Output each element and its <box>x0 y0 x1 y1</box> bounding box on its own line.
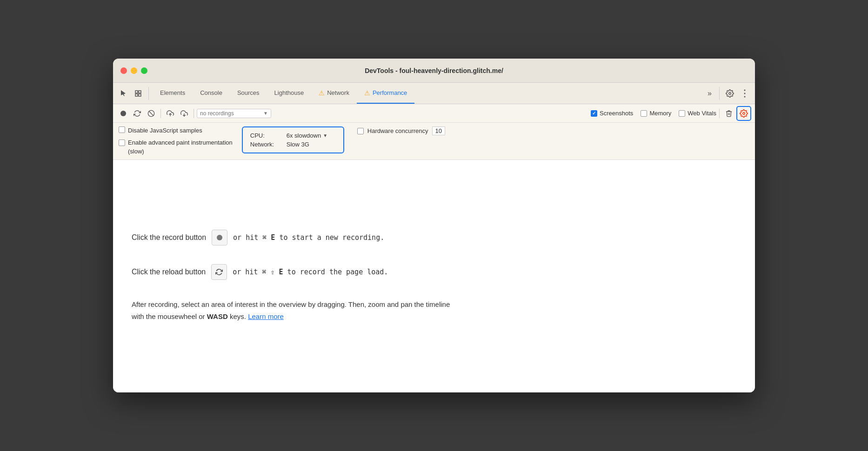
tab-elements[interactable]: Elements <box>153 83 193 104</box>
more-options-icon[interactable] <box>738 87 751 100</box>
toolbar-divider-1 <box>160 109 161 118</box>
memory-option[interactable]: Memory <box>641 110 671 117</box>
screenshots-option[interactable]: Screenshots <box>591 110 633 117</box>
upload-button[interactable] <box>164 107 177 120</box>
cpu-throttling-dropdown[interactable]: 6x slowdown ▼ <box>287 132 327 139</box>
capture-settings-button[interactable] <box>736 106 751 121</box>
tab-console[interactable]: Console <box>193 83 230 104</box>
svg-rect-1 <box>139 91 141 93</box>
svg-rect-3 <box>139 94 141 96</box>
hardware-concurrency-group: Hardware concurrency 10 <box>357 126 445 135</box>
inline-record-button[interactable] <box>212 230 227 245</box>
tab-bar-actions <box>719 87 751 100</box>
tabs-list: Elements Console Sources Lighthouse ⚠ Ne… <box>153 83 704 104</box>
svg-point-14 <box>217 235 222 240</box>
cpu-network-settings: CPU: 6x slowdown ▼ Network: Slow 3G <box>242 126 344 153</box>
svg-point-7 <box>744 96 746 97</box>
tab-sources[interactable]: Sources <box>230 83 267 104</box>
network-warning-icon: ⚠ <box>319 89 325 97</box>
toolbar-options: Screenshots Memory Web Vitals <box>591 110 716 117</box>
minimize-button[interactable] <box>131 67 137 74</box>
learn-more-link[interactable]: Learn more <box>248 312 284 320</box>
svg-point-5 <box>744 89 746 91</box>
clear-button[interactable] <box>145 107 158 120</box>
screenshots-checkbox[interactable] <box>591 110 597 117</box>
window-title: DevTools - foul-heavenly-direction.glitc… <box>365 67 503 74</box>
dropdown-arrow-icon: ▼ <box>263 111 268 116</box>
record-instruction-line: Click the record button or hit ⌘ E to st… <box>132 230 384 245</box>
delete-button[interactable] <box>722 107 735 120</box>
tab-network[interactable]: ⚠ Network <box>311 83 357 104</box>
title-bar: DevTools - foul-heavenly-direction.glitc… <box>113 59 755 83</box>
main-content: Click the record button or hit ⌘ E to st… <box>113 160 755 392</box>
performance-toolbar: no recordings ▼ Screenshots Memory Web V… <box>113 104 755 123</box>
disable-js-samples-checkbox[interactable] <box>119 126 125 133</box>
settings-checkboxes: Disable JavaScript samples Enable advanc… <box>119 126 233 156</box>
traffic-lights <box>120 67 147 74</box>
devtools-icons <box>117 87 149 100</box>
tab-performance[interactable]: ⚠ Performance <box>357 83 414 104</box>
web-vitals-checkbox[interactable] <box>679 110 685 117</box>
inline-reload-button[interactable] <box>211 264 227 280</box>
svg-rect-2 <box>135 94 138 96</box>
enable-paint-option[interactable]: Enable advanced paint instrumentation (s… <box>119 139 233 155</box>
reload-shortcut-text: or hit ⌘ ⇧ E to record the page load. <box>233 268 388 276</box>
svg-point-8 <box>120 111 126 116</box>
svg-line-10 <box>149 111 153 115</box>
tab-lighthouse[interactable]: Lighthouse <box>267 83 312 104</box>
capture-settings-panel: Disable JavaScript samples Enable advanc… <box>113 123 755 160</box>
performance-warning-icon: ⚠ <box>364 89 370 97</box>
settings-gear-icon[interactable] <box>723 87 736 100</box>
more-tabs-button[interactable]: » <box>704 83 715 104</box>
description-text: After recording, select an area of inter… <box>132 298 457 322</box>
recordings-dropdown[interactable]: no recordings ▼ <box>197 109 271 118</box>
concurrency-value: 10 <box>432 126 445 135</box>
reload-instruction-line: Click the reload button or hit ⌘ ⇧ E to … <box>132 264 388 280</box>
svg-point-6 <box>744 93 746 94</box>
maximize-button[interactable] <box>141 67 147 74</box>
hardware-concurrency-checkbox[interactable] <box>357 128 364 134</box>
devtools-window: DevTools - foul-heavenly-direction.glitc… <box>113 59 755 392</box>
cpu-dropdown-arrow-icon: ▼ <box>323 133 327 138</box>
download-button[interactable] <box>178 107 191 120</box>
record-button[interactable] <box>117 107 130 120</box>
cursor-icon[interactable] <box>117 87 130 100</box>
toolbar-divider-2 <box>194 109 194 118</box>
cpu-throttling-row: CPU: 6x slowdown ▼ <box>250 131 336 140</box>
svg-point-4 <box>729 92 731 94</box>
memory-checkbox[interactable] <box>641 110 647 117</box>
tab-bar: Elements Console Sources Lighthouse ⚠ Ne… <box>113 83 755 104</box>
svg-point-13 <box>743 112 745 114</box>
svg-rect-0 <box>135 91 138 93</box>
toolbar-divider-3 <box>719 109 720 118</box>
inspect-icon[interactable] <box>132 87 145 100</box>
enable-paint-checkbox[interactable] <box>119 139 125 146</box>
close-button[interactable] <box>120 67 127 74</box>
web-vitals-option[interactable]: Web Vitals <box>679 110 716 117</box>
disable-js-samples-option[interactable]: Disable JavaScript samples <box>119 126 233 135</box>
reload-record-button[interactable] <box>131 107 144 120</box>
network-throttling-row: Network: Slow 3G <box>250 140 336 149</box>
record-shortcut-text: or hit ⌘ E to start a new recording. <box>233 233 384 242</box>
